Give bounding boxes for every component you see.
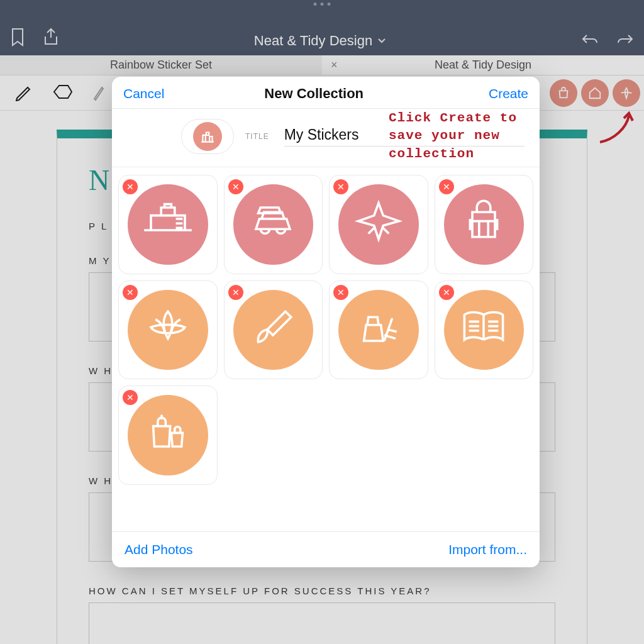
sticker-tile[interactable]: ✕	[224, 175, 323, 274]
sticker-tile[interactable]: ✕	[118, 386, 218, 485]
modal-title: New Collection	[264, 86, 364, 102]
title-field[interactable]: My Stickers	[284, 126, 359, 143]
title-field-label: TITLE	[245, 132, 269, 141]
tutorial-annotation: Click Create to save your new collection	[389, 109, 540, 163]
remove-sticker-icon[interactable]: ✕	[439, 285, 454, 300]
cancel-button[interactable]: Cancel	[123, 86, 164, 101]
create-button[interactable]: Create	[489, 86, 528, 101]
sticker-tile[interactable]: ✕	[329, 175, 428, 274]
shopping-icon	[128, 395, 208, 475]
remove-sticker-icon[interactable]: ✕	[123, 390, 138, 405]
airplane-icon	[338, 184, 419, 265]
annotation-arrow-icon	[595, 109, 639, 147]
sticker-tile[interactable]: ✕	[329, 280, 428, 380]
sticker-tile[interactable]: ✕	[435, 280, 534, 380]
remove-sticker-icon[interactable]: ✕	[228, 179, 243, 194]
remove-sticker-icon[interactable]: ✕	[123, 285, 138, 300]
lotus-icon	[128, 290, 208, 370]
remove-sticker-icon[interactable]: ✕	[333, 285, 348, 300]
remove-sticker-icon[interactable]: ✕	[123, 179, 138, 194]
car-icon	[233, 184, 314, 265]
remove-sticker-icon[interactable]: ✕	[228, 285, 243, 300]
sticker-tile[interactable]: ✕	[118, 175, 218, 274]
desk-icon	[128, 184, 208, 265]
cleaning-icon	[338, 290, 419, 370]
paintbrush-icon	[233, 290, 314, 370]
backpack-icon	[444, 184, 525, 265]
remove-sticker-icon[interactable]: ✕	[333, 179, 348, 194]
import-from-button[interactable]: Import from...	[448, 542, 527, 557]
add-photos-button[interactable]: Add Photos	[125, 542, 193, 557]
sticker-tile[interactable]: ✕	[435, 175, 534, 274]
collection-cover-thumbnail[interactable]	[181, 119, 234, 154]
sticker-tile[interactable]: ✕	[118, 280, 218, 380]
book-icon	[444, 290, 525, 370]
remove-sticker-icon[interactable]: ✕	[439, 179, 454, 194]
sticker-tile[interactable]: ✕	[224, 280, 323, 380]
sticker-grid: ✕✕✕✕✕✕✕✕✕	[112, 167, 540, 531]
